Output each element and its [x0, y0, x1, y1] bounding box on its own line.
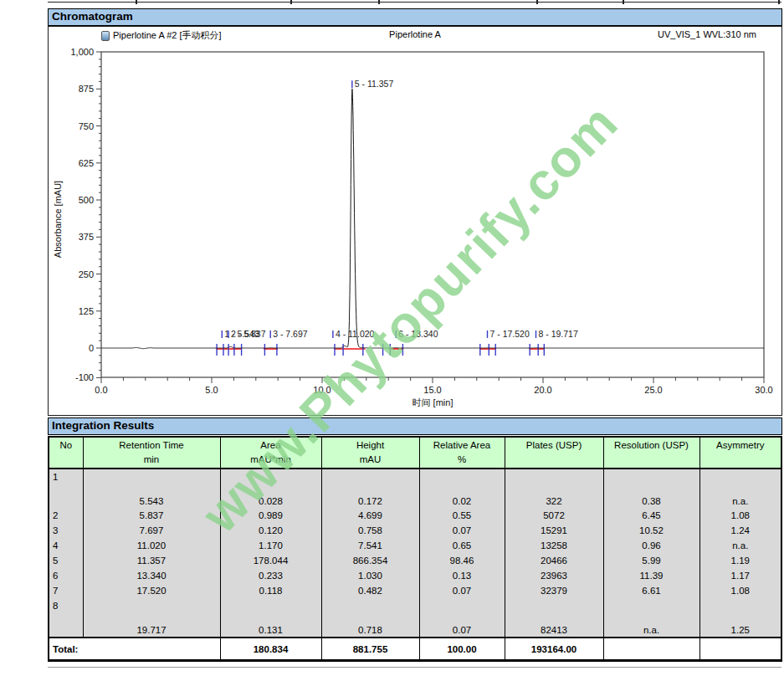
value-cell: 7.541: [321, 538, 419, 553]
page-top-tick: [136, 0, 137, 4]
svg-text:625: 625: [79, 158, 94, 168]
value-cell: 0.989: [220, 508, 321, 523]
column-header: Retention Timemin: [83, 437, 220, 469]
peak-number-cell: 2: [49, 508, 83, 523]
svg-text:125: 125: [79, 306, 94, 316]
column-name: Retention Time: [84, 440, 220, 450]
value-cell: n.a.: [699, 469, 781, 508]
results-header-row: NoRetention TimeminAreamAU*minHeightmAUR…: [49, 437, 781, 469]
column-header: Asymmetry: [699, 437, 781, 469]
value-cell: 5.837: [83, 508, 220, 523]
value-cell: 1.24: [699, 523, 781, 538]
svg-text:5 - 11.357: 5 - 11.357: [355, 79, 394, 89]
svg-text:30.0: 30.0: [755, 385, 772, 395]
svg-text:8 - 19.717: 8 - 19.717: [539, 329, 578, 339]
chromatogram-section-title: Chromatogram: [52, 10, 133, 23]
integration-results-section-title: Integration Results: [52, 419, 154, 432]
peak-number-cell: 4: [49, 538, 83, 553]
svg-text:2 - 5.837: 2 - 5.837: [231, 329, 266, 339]
value-cell: 13.340: [83, 568, 220, 583]
value-cell: 0.65: [419, 538, 505, 553]
value-cell: 19.717: [83, 598, 220, 638]
svg-text:3 - 7.697: 3 - 7.697: [273, 329, 308, 339]
value-cell: 5072: [505, 508, 603, 523]
page-top-tick: [623, 0, 624, 4]
value-cell: 11.020: [83, 538, 220, 553]
value-cell: 866.354: [321, 553, 419, 568]
value-cell: 1.170: [220, 538, 321, 553]
table-row: 25.8370.9894.6990.5550726.451.08: [49, 508, 781, 523]
value-cell: 0.96: [603, 538, 699, 553]
chart-title-row: Piperlotine A Piperlotine A #2 [手动积分] UV…: [49, 29, 781, 44]
column-unit: mAU: [322, 454, 419, 466]
value-cell: 1.17: [699, 568, 781, 583]
page-bottom-rule: [48, 667, 781, 668]
column-unit: [49, 454, 83, 466]
x-axis-title: 时间 [min]: [412, 397, 453, 407]
value-cell: 10.52: [603, 523, 699, 538]
value-cell: 5.99: [603, 553, 699, 568]
integration-results-section-header: Integration Results: [48, 417, 782, 435]
peak-number-cell: 6: [49, 568, 83, 583]
value-cell: 0.718: [321, 598, 419, 638]
value-cell: 15291: [505, 523, 603, 538]
total-label: Total:: [49, 638, 220, 661]
svg-text:0: 0: [89, 343, 94, 353]
table-row: 613.3400.2331.0300.132396311.391.17: [49, 568, 781, 583]
column-header: HeightmAU: [321, 437, 419, 469]
column-unit: [604, 454, 699, 466]
total-resolution: [603, 638, 699, 661]
total-relative-area: 100.00: [419, 638, 505, 661]
value-cell: n.a.: [603, 598, 699, 638]
value-cell: 11.357: [83, 553, 220, 568]
value-cell: 6.45: [603, 508, 699, 523]
column-unit: [505, 454, 603, 466]
peak-number-cell: 8: [49, 598, 83, 638]
table-row: 717.5200.1180.4820.07323796.611.08: [49, 583, 781, 598]
svg-text:5.0: 5.0: [205, 385, 218, 395]
column-unit: [700, 454, 781, 466]
value-cell: 4.699: [321, 508, 419, 523]
integration-results-table: NoRetention TimeminAreamAU*minHeightmAUR…: [48, 436, 782, 662]
value-cell: 0.07: [419, 598, 505, 638]
y-axis-title: Absorbance [mAU]: [53, 181, 63, 258]
svg-text:7 - 17.520: 7 - 17.520: [490, 329, 530, 339]
page-top-tick: [378, 0, 380, 4]
value-cell: 23963: [505, 568, 603, 583]
svg-text:10.0: 10.0: [313, 385, 331, 395]
value-cell: 98.46: [419, 553, 505, 568]
value-cell: 178.044: [220, 553, 321, 568]
peak-number-cell: 5: [49, 553, 83, 568]
column-name: Plates (USP): [505, 440, 603, 450]
table-row: 511.357178.044866.35498.46204665.991.19: [49, 553, 781, 568]
x-axis: [101, 377, 764, 383]
results-tbody: 15.5430.0280.1720.023220.38n.a.25.8370.9…: [49, 469, 781, 638]
value-cell: 322: [505, 469, 603, 508]
chromatogram-plot: -10001252503755006257508751,0000.05.010.…: [49, 45, 781, 418]
total-area: 180.834: [220, 638, 321, 661]
column-header: Plates (USP): [505, 437, 603, 469]
svg-text:500: 500: [79, 195, 94, 205]
table-row: 37.6970.1200.7580.071529110.521.24: [49, 523, 781, 538]
value-cell: 7.697: [83, 523, 220, 538]
chart-channel-label: UV_VIS_1 WVL:310 nm: [658, 29, 756, 39]
chromatogram-section-header: Chromatogram: [48, 8, 782, 26]
column-name: Asymmetry: [700, 440, 781, 450]
chromatogram-panel: Piperlotine A Piperlotine A #2 [手动积分] UV…: [48, 26, 782, 416]
page-top-tick: [778, 0, 780, 4]
page-top-rule: [48, 2, 781, 3]
value-cell: 0.120: [220, 523, 321, 538]
svg-text:250: 250: [79, 269, 94, 279]
value-cell: n.a.: [699, 538, 781, 553]
value-cell: 6.61: [603, 583, 699, 598]
svg-text:-100: -100: [75, 372, 94, 382]
value-cell: 32379: [505, 583, 603, 598]
value-cell: 1.25: [699, 598, 781, 638]
column-name: Resolution (USP): [604, 440, 699, 450]
total-plates: 193164.00: [505, 638, 603, 661]
value-cell: 0.758: [321, 523, 419, 538]
chart-title-left: Piperlotine A #2 [手动积分]: [101, 29, 222, 42]
column-name: Area: [221, 440, 321, 450]
peak-number-cell: 1: [49, 469, 83, 508]
x-tick-labels: 0.05.010.015.020.025.030.0: [95, 385, 772, 395]
